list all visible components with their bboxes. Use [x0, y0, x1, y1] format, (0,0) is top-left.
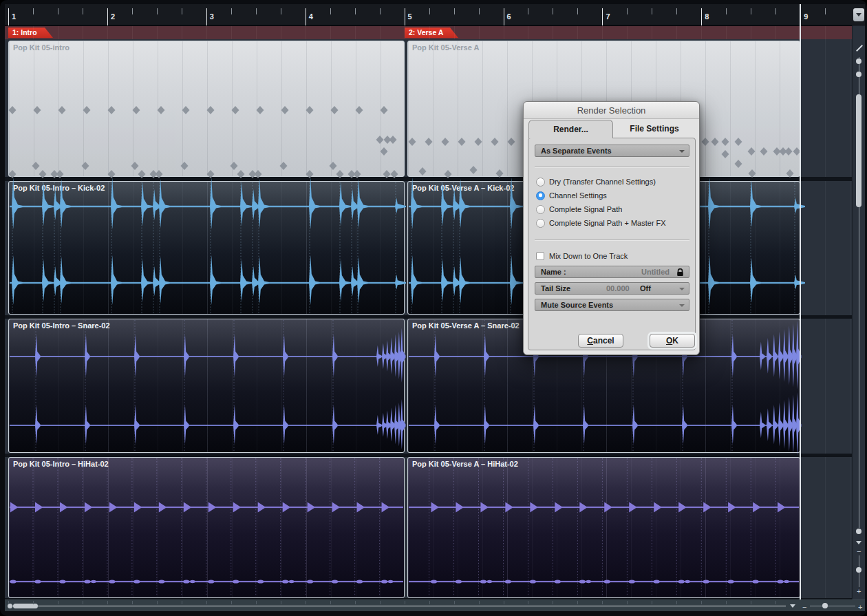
marker-grid-line [380, 26, 381, 39]
tab-file-settings[interactable]: File Settings [613, 120, 696, 138]
option-channel-settings[interactable]: Channel Settings [536, 190, 607, 201]
beat-tick [627, 8, 628, 14]
v-zoom-out-button[interactable]: − [857, 548, 861, 555]
option-label: Channel Settings [549, 191, 607, 200]
overview-tick [8, 601, 9, 604]
hihat-event-intro[interactable]: Pop Kit 05-Intro – HiHat-02 [8, 457, 405, 598]
radio-complete-signal-path-master-fx[interactable] [536, 219, 545, 228]
waveform-zoom-knob[interactable] [856, 529, 861, 534]
vertical-scrollbar-thumb[interactable] [856, 94, 861, 207]
overview-tick [504, 601, 504, 604]
h-zoom-out-button[interactable]: − [802, 604, 806, 610]
mute-source-dropdown[interactable]: Mute Source Events [535, 299, 689, 311]
track-divider [5, 177, 852, 181]
timeline-ruler[interactable]: 123456789 [5, 4, 865, 25]
overview-tick [83, 601, 83, 604]
cancel-button[interactable]: Cancel [578, 334, 623, 348]
beat-tick [726, 8, 727, 14]
marker-grid-line [676, 26, 677, 39]
option-complete-signal-path[interactable]: Complete Signal Path [536, 204, 622, 215]
ruler-bar-number: 8 [705, 12, 709, 21]
marker-grid-line [58, 26, 58, 39]
overview-tick [701, 601, 702, 604]
ruler-options-button[interactable] [853, 8, 864, 21]
overview-tick [676, 601, 677, 604]
upper-slider-knob-1[interactable] [856, 59, 861, 64]
pencil-zoom-icon[interactable] [856, 45, 863, 52]
ruler-bar-number: 4 [309, 12, 313, 21]
overview-tick [306, 601, 306, 604]
v-zoom-slider-knob[interactable] [856, 567, 861, 573]
snare-event-intro[interactable]: Pop Kit 05-Intro – Snare-02 [8, 319, 405, 453]
horizontal-scroll-zone: − + [5, 599, 865, 611]
v-zoom-in-button[interactable]: + [857, 588, 861, 595]
overview-tick [380, 601, 381, 604]
vertical-scrollbar-track[interactable] [859, 207, 859, 528]
mixdown-checkbox[interactable] [536, 252, 544, 260]
radio-complete-signal-path[interactable] [536, 205, 545, 214]
marker-grid-line [553, 26, 553, 39]
tail-size-field[interactable]: Tail Size 00.000 Off [535, 282, 689, 295]
option-dry[interactable]: Dry (Transfer Channel Settings) [536, 176, 656, 187]
bar-line [306, 8, 306, 25]
tab-render[interactable]: Render... [528, 120, 613, 138]
marker-grid-line [107, 26, 108, 39]
overview-tick [107, 601, 108, 604]
mixdown-row[interactable]: Mix Down to One Track [536, 251, 628, 262]
horizontal-scrollbar-track[interactable] [10, 606, 786, 606]
render-mode-dropdown[interactable]: As Separate Events [535, 145, 689, 157]
midi-event-intro[interactable]: Pop Kit 05-intro [8, 41, 405, 177]
radio-dry[interactable] [536, 178, 545, 187]
marker-grid-line [825, 26, 826, 39]
chevron-down-icon [856, 13, 861, 17]
bar-line [405, 8, 405, 25]
hihat-event-verse-a[interactable]: Pop Kit 05-Verse A – HiHat-02 [407, 457, 800, 598]
h-zoom-slider-track[interactable] [810, 606, 855, 606]
horizontal-scrollbar-end-knob[interactable] [8, 604, 12, 608]
overview-tick [33, 601, 34, 604]
chevron-down-icon [679, 150, 685, 153]
overview-tick [330, 601, 331, 604]
bar-line [602, 8, 603, 25]
overview-tick [256, 601, 257, 604]
marker-flag-intro[interactable]: 1: Intro [8, 28, 53, 38]
tail-size-mode: Off [640, 283, 651, 294]
radio-channel-settings[interactable] [536, 191, 545, 200]
event-name: Pop Kit 05-Verse A – HiHat-02 [412, 460, 518, 468]
marker-grid-line [256, 26, 257, 39]
zoom-preset-arrow-icon[interactable] [790, 604, 795, 608]
name-field[interactable]: Name : Untitled [535, 266, 689, 278]
project-end-line [800, 4, 801, 599]
marker-grid-line [281, 26, 281, 39]
marker-track-lane[interactable]: 1: Intro 2: Verse A [5, 26, 852, 39]
ruler-bar-number: 3 [210, 12, 214, 21]
separator [535, 240, 689, 241]
grid-line [850, 39, 850, 599]
marker-grid-line [528, 26, 528, 39]
beat-tick [83, 8, 83, 14]
upper-slider-knob-2[interactable] [856, 72, 861, 77]
beat-tick [429, 8, 430, 14]
overview-tick [751, 601, 751, 604]
render-settings-panel: As Separate Events Dry (Transfer Channel… [528, 138, 696, 350]
marker-label: 2: Verse A [409, 28, 443, 36]
overview-tick [528, 601, 528, 604]
marker-grid-line [355, 26, 356, 39]
beat-tick [33, 8, 34, 14]
ok-button[interactable]: OK [650, 334, 695, 348]
beat-tick [479, 8, 480, 14]
bar-line [701, 8, 702, 25]
overview-tick [405, 601, 405, 604]
marker-grid-line [454, 26, 455, 39]
v-zoom-preset-arrow-icon[interactable] [856, 541, 861, 544]
lock-icon [676, 268, 684, 277]
h-zoom-slider-knob[interactable] [822, 603, 828, 608]
overview-tick [454, 601, 455, 604]
overview-tick [58, 601, 58, 604]
marker-grid-line [405, 26, 405, 39]
h-zoom-in-button[interactable]: + [858, 604, 862, 610]
horizontal-scrollbar-thumb[interactable] [13, 604, 38, 608]
kick-event-intro[interactable]: Pop Kit 05-Intro – Kick-02 [8, 181, 405, 315]
option-complete-signal-path-master-fx[interactable]: Complete Signal Path + Master FX [536, 217, 666, 229]
marker-flag-verse-a[interactable]: 2: Verse A [405, 28, 458, 38]
